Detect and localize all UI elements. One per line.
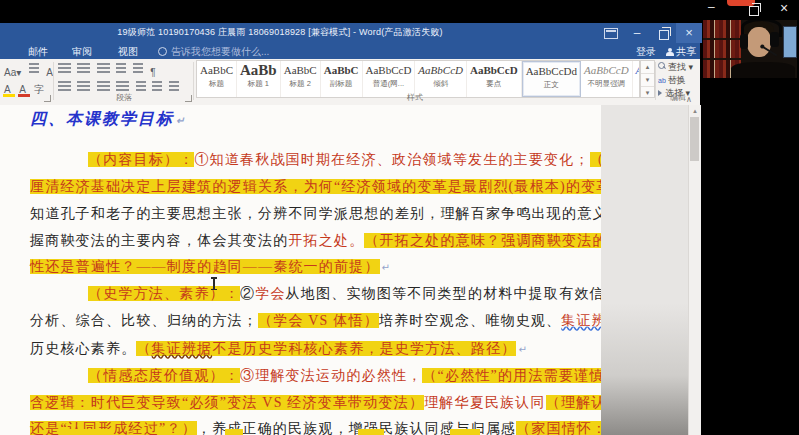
collapse-ribbon-icon[interactable]: ∧ [686,95,692,104]
shelf-divider [703,38,741,40]
numbering-icon[interactable] [77,63,90,74]
ribbon-group-paragraph: ¶ 段落 [55,59,193,105]
paragraph-mark-icon[interactable]: ¶ [150,67,155,78]
cutoff-highlight-strip [450,429,480,435]
style-gallery-scroll: ▴ ▾ ▾ [640,60,655,98]
text-highlight-color-icon[interactable]: A [4,84,11,95]
doc-line-4: 握商鞅变法的主要内容，体会其变法的开拓之处。（开拓之处的意味？强调商鞅变法的特殊 [30,231,638,250]
enclose-characters-icon[interactable]: 字 [34,83,44,97]
ribbon-display-options-icon[interactable] [604,28,618,39]
person-icon [666,48,674,56]
doc-heading: 四、本课教学目标↵ [30,109,184,130]
paragraph-mark: ↵ [382,262,390,273]
shading-icon[interactable] [152,81,162,92]
ribbon-group-styles: AaBbC标题 AaBb标题 1 AaBbC标题 2 AaBbC副标题 AaBb… [194,59,654,105]
justify-icon[interactable] [116,81,129,92]
doc-line-1: （内容目标）：①知道春秋战国时期在经济、政治领域等发生的主要变化；（真正吃透、 [88,150,681,169]
gallery-down-icon[interactable]: ▾ [641,74,654,87]
styles-group-label: 样式 [194,92,636,103]
doc-line-5: 性还是普遍性？——制度的趋同——秦统一的前提）↵ [30,257,390,277]
screen-share-view: 19级师范 10190170436 庄晨雨 18069018928 [兼容模式]… [0,0,799,435]
paragraph-dialog-launcher[interactable] [185,95,192,102]
scroll-up-icon[interactable]: ▴ [689,105,701,116]
shelf-divider [703,58,741,60]
close-button[interactable]: × [676,23,702,43]
align-center-icon[interactable] [77,81,90,92]
multilevel-list-icon[interactable] [97,63,110,74]
font-dialog-launcher[interactable] [44,95,51,102]
scrollbar-thumb[interactable] [690,117,699,161]
find-button[interactable]: 查找 ▾ [658,61,693,74]
increase-indent-icon[interactable] [133,63,143,74]
document-page[interactable]: 四、本课教学目标↵ （内容目标）：①知道春秋战国时期在经济、政治领域等发生的主要… [0,105,601,435]
gallery-up-icon[interactable]: ▴ [641,61,654,74]
gallery-more-icon[interactable]: ▾ [641,87,654,99]
tab-view[interactable]: 视图 [114,45,142,59]
change-case-icon[interactable]: Aa▾ [4,67,21,78]
title-bar: 19级师范 10190170436 庄晨雨 18069018928 [兼容模式]… [0,23,700,43]
doc-line-3: 知道孔子和老子的主要思想主张，分辨不同学派思想的差别，理解百家争鸣出现的意义；掌 [30,204,638,223]
align-right-icon[interactable] [97,81,110,92]
doc-line-10: 含逻辑：时代巨变导致“必须”变法 VS 经济变革带动变法）理解华夏民族认同（理解… [30,393,637,412]
headphone-earcup-right [770,32,779,47]
overlay-restore-button[interactable] [749,6,759,16]
tab-mailings[interactable]: 邮件 [24,45,52,59]
paragraph-mark: ↵ [518,344,526,355]
ribbon-tabs-row: 邮件 审阅 视图 告诉我您想要做什么... 登录 共享 [0,43,700,59]
doc-line-11: 还是“认同形成经过”？），养成正确的民族观，增强民族认同感与归属感（家国情怀：古 [30,419,622,435]
headphone-earcup-left [740,34,748,49]
doc-line-6: （史学方法、素养）：②学会从地图、实物图等不同类型的材料中提取有效信息并加以 [88,284,666,303]
monitor-glow [783,26,797,58]
cutoff-highlight-strip [225,429,243,435]
ribbon-group-editing: 查找 ▾ ab替换 选择 ▾ 编辑 [656,59,700,105]
tab-review[interactable]: 审阅 [68,45,96,59]
paragraph-group-label: 段落 [55,92,193,103]
webcam-video[interactable] [703,20,797,78]
replace-button[interactable]: ab替换 [658,74,686,87]
restore-button[interactable] [650,23,676,43]
cutoff-highlight-strip [358,429,384,435]
doc-line-2: 厘清经济基础决定上层建筑的逻辑关系，为何“经济领域的变革是最剧烈(最根本)的变革… [30,177,634,196]
window-title: 19级师范 10190170436 庄晨雨 18069018928 [兼容模式]… [0,26,560,39]
overlay-minimize-button[interactable]: – [708,0,715,14]
line-spacing-icon[interactable] [136,81,146,92]
editing-group-label: 编辑 [656,92,700,103]
sign-in-button[interactable]: 登录 [636,45,656,59]
page-margin-area [601,105,688,435]
bullets-icon[interactable] [58,63,71,74]
cutoff-highlight-strip [63,429,113,435]
word-window: 19级师范 10190170436 庄晨雨 18069018928 [兼容模式]… [0,23,700,435]
tell-me-placeholder: 告诉我您想要做什么... [171,46,269,57]
lightbulb-icon [158,47,167,56]
vertical-scrollbar[interactable]: ▴ [688,105,701,435]
minimize-button[interactable]: – [624,23,650,43]
ribbon: Aa▾ A A A 字 ¶ [0,59,700,106]
tell-me-box[interactable]: 告诉我您想要做什么... [158,45,269,59]
overlay-close-button[interactable]: × [780,0,788,16]
phonetic-guide-icon[interactable] [29,63,39,74]
doc-line-7: 分析、综合、比较、归纳的方法；（学会 VS 体悟）培养时空观念、唯物史观、集证辨… [30,311,637,330]
doc-line-8: 历史核心素养。（集证辨据不是历史学科核心素养，是史学方法、路径）↵ [30,339,527,359]
ribbon-group-font: Aa▾ A A A 字 [0,59,52,105]
char-frame-icon[interactable]: A [46,67,53,78]
text-cursor [213,277,215,290]
doc-line-9: （情感态度价值观）：③理解变法运动的必然性，（“必然性”的用法需要谨慎——隐 [88,366,650,385]
replace-icon: ab [658,77,666,84]
search-icon [658,62,666,70]
font-color-icon[interactable]: A [19,84,26,95]
decrease-indent-icon[interactable] [116,63,126,74]
share-button[interactable]: 共享 [666,45,696,59]
document-area: 四、本课教学目标↵ （内容目标）：①知道春秋战国时期在经济、政治领域等发生的主要… [0,105,700,435]
presenter-shoulders [731,62,795,78]
borders-icon[interactable] [169,81,179,92]
align-left-icon[interactable] [58,81,71,92]
